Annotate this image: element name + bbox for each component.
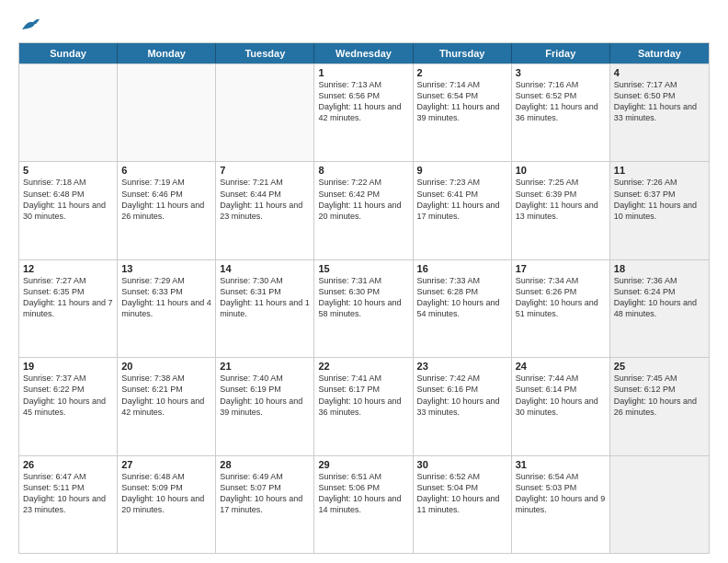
day-number: 9 [417, 165, 507, 176]
day-number: 20 [121, 361, 211, 372]
cal-header-friday: Friday [512, 43, 610, 63]
cal-cell-r2-c2: 14Sunrise: 7:30 AM Sunset: 6:31 PM Dayli… [216, 260, 314, 357]
cell-info-text: Sunrise: 6:54 AM Sunset: 5:03 PM Dayligh… [516, 471, 606, 516]
cell-info-text: Sunrise: 7:23 AM Sunset: 6:41 PM Dayligh… [417, 177, 507, 222]
day-number: 8 [318, 165, 408, 176]
day-number: 22 [318, 361, 408, 372]
cell-info-text: Sunrise: 6:49 AM Sunset: 5:07 PM Dayligh… [220, 471, 310, 516]
cell-info-text: Sunrise: 7:17 AM Sunset: 6:50 PM Dayligh… [614, 79, 705, 124]
cal-cell-r0-c2 [216, 64, 314, 161]
day-number: 26 [23, 459, 113, 470]
day-number: 13 [121, 263, 211, 274]
cal-cell-r1-c5: 10Sunrise: 7:25 AM Sunset: 6:39 PM Dayli… [512, 162, 610, 259]
day-number: 3 [516, 67, 606, 78]
cal-cell-r2-c4: 16Sunrise: 7:33 AM Sunset: 6:28 PM Dayli… [414, 260, 512, 357]
day-number: 1 [318, 67, 408, 78]
cal-cell-r2-c1: 13Sunrise: 7:29 AM Sunset: 6:33 PM Dayli… [118, 260, 216, 357]
day-number: 16 [417, 263, 507, 274]
cal-cell-r0-c6: 4Sunrise: 7:17 AM Sunset: 6:50 PM Daylig… [610, 64, 709, 161]
day-number: 11 [614, 165, 705, 176]
cal-cell-r4-c2: 28Sunrise: 6:49 AM Sunset: 5:07 PM Dayli… [216, 456, 314, 553]
cal-cell-r1-c6: 11Sunrise: 7:26 AM Sunset: 6:37 PM Dayli… [610, 162, 709, 259]
cal-cell-r4-c4: 30Sunrise: 6:52 AM Sunset: 5:04 PM Dayli… [414, 456, 512, 553]
cell-info-text: Sunrise: 7:13 AM Sunset: 6:56 PM Dayligh… [318, 79, 408, 124]
cell-info-text: Sunrise: 7:34 AM Sunset: 6:26 PM Dayligh… [516, 275, 606, 320]
logo-bird-icon [20, 17, 40, 33]
cal-header-tuesday: Tuesday [216, 43, 314, 63]
logo [18, 17, 40, 33]
cal-header-wednesday: Wednesday [314, 43, 413, 63]
day-number: 24 [516, 361, 606, 372]
cell-info-text: Sunrise: 6:48 AM Sunset: 5:09 PM Dayligh… [121, 471, 211, 516]
cell-info-text: Sunrise: 7:41 AM Sunset: 6:17 PM Dayligh… [318, 373, 408, 418]
cell-info-text: Sunrise: 7:40 AM Sunset: 6:19 PM Dayligh… [220, 373, 310, 418]
cal-cell-r0-c5: 3Sunrise: 7:16 AM Sunset: 6:52 PM Daylig… [512, 64, 610, 161]
cal-header-saturday: Saturday [610, 43, 709, 63]
page: SundayMondayTuesdayWednesdayThursdayFrid… [0, 0, 728, 563]
cal-header-monday: Monday [118, 43, 216, 63]
day-number: 17 [516, 263, 606, 274]
cell-info-text: Sunrise: 7:30 AM Sunset: 6:31 PM Dayligh… [220, 275, 310, 320]
cell-info-text: Sunrise: 7:27 AM Sunset: 6:35 PM Dayligh… [23, 275, 113, 320]
cell-info-text: Sunrise: 7:45 AM Sunset: 6:12 PM Dayligh… [614, 373, 705, 418]
cell-info-text: Sunrise: 7:44 AM Sunset: 6:14 PM Dayligh… [516, 373, 606, 418]
cal-cell-r2-c6: 18Sunrise: 7:36 AM Sunset: 6:24 PM Dayli… [610, 260, 709, 357]
cal-cell-r0-c1 [118, 64, 216, 161]
day-number: 31 [516, 459, 606, 470]
cell-info-text: Sunrise: 6:47 AM Sunset: 5:11 PM Dayligh… [23, 471, 113, 516]
cal-cell-r1-c3: 8Sunrise: 7:22 AM Sunset: 6:42 PM Daylig… [314, 162, 413, 259]
cell-info-text: Sunrise: 7:25 AM Sunset: 6:39 PM Dayligh… [516, 177, 606, 222]
cal-cell-r2-c0: 12Sunrise: 7:27 AM Sunset: 6:35 PM Dayli… [19, 260, 118, 357]
header [18, 17, 710, 33]
day-number: 25 [614, 361, 705, 372]
calendar: SundayMondayTuesdayWednesdayThursdayFrid… [18, 42, 710, 554]
day-number: 21 [220, 361, 310, 372]
cal-cell-r0-c3: 1Sunrise: 7:13 AM Sunset: 6:56 PM Daylig… [314, 64, 413, 161]
cal-cell-r3-c5: 24Sunrise: 7:44 AM Sunset: 6:14 PM Dayli… [512, 358, 610, 454]
calendar-body: 1Sunrise: 7:13 AM Sunset: 6:56 PM Daylig… [19, 63, 709, 553]
day-number: 12 [23, 263, 113, 274]
day-number: 7 [220, 165, 310, 176]
cal-cell-r1-c1: 6Sunrise: 7:19 AM Sunset: 6:46 PM Daylig… [118, 162, 216, 259]
cell-info-text: Sunrise: 7:31 AM Sunset: 6:30 PM Dayligh… [318, 275, 408, 320]
cell-info-text: Sunrise: 7:29 AM Sunset: 6:33 PM Dayligh… [121, 275, 211, 320]
day-number: 28 [220, 459, 310, 470]
cell-info-text: Sunrise: 7:21 AM Sunset: 6:44 PM Dayligh… [220, 177, 310, 222]
cal-row-0: 1Sunrise: 7:13 AM Sunset: 6:56 PM Daylig… [19, 63, 709, 161]
day-number: 19 [23, 361, 113, 372]
cal-cell-r3-c6: 25Sunrise: 7:45 AM Sunset: 6:12 PM Dayli… [610, 358, 709, 454]
calendar-header-row: SundayMondayTuesdayWednesdayThursdayFrid… [19, 43, 709, 63]
cal-header-sunday: Sunday [19, 43, 118, 63]
cell-info-text: Sunrise: 7:26 AM Sunset: 6:37 PM Dayligh… [614, 177, 705, 222]
day-number: 23 [417, 361, 507, 372]
day-number: 18 [614, 263, 705, 274]
cal-cell-r3-c4: 23Sunrise: 7:42 AM Sunset: 6:16 PM Dayli… [414, 358, 512, 454]
cell-info-text: Sunrise: 7:37 AM Sunset: 6:22 PM Dayligh… [23, 373, 113, 418]
cell-info-text: Sunrise: 7:14 AM Sunset: 6:54 PM Dayligh… [417, 79, 507, 124]
cal-cell-r1-c0: 5Sunrise: 7:18 AM Sunset: 6:48 PM Daylig… [19, 162, 118, 259]
cell-info-text: Sunrise: 7:22 AM Sunset: 6:42 PM Dayligh… [318, 177, 408, 222]
cal-cell-r4-c3: 29Sunrise: 6:51 AM Sunset: 5:06 PM Dayli… [314, 456, 413, 553]
cell-info-text: Sunrise: 7:18 AM Sunset: 6:48 PM Dayligh… [23, 177, 113, 222]
cal-row-4: 26Sunrise: 6:47 AM Sunset: 5:11 PM Dayli… [19, 455, 709, 553]
day-number: 6 [121, 165, 211, 176]
cal-cell-r4-c1: 27Sunrise: 6:48 AM Sunset: 5:09 PM Dayli… [118, 456, 216, 553]
day-number: 5 [23, 165, 113, 176]
cal-row-3: 19Sunrise: 7:37 AM Sunset: 6:22 PM Dayli… [19, 357, 709, 454]
cal-cell-r2-c3: 15Sunrise: 7:31 AM Sunset: 6:30 PM Dayli… [314, 260, 413, 357]
cal-row-1: 5Sunrise: 7:18 AM Sunset: 6:48 PM Daylig… [19, 161, 709, 259]
cal-cell-r2-c5: 17Sunrise: 7:34 AM Sunset: 6:26 PM Dayli… [512, 260, 610, 357]
day-number: 27 [121, 459, 211, 470]
day-number: 10 [516, 165, 606, 176]
cell-info-text: Sunrise: 7:36 AM Sunset: 6:24 PM Dayligh… [614, 275, 705, 320]
cell-info-text: Sunrise: 7:16 AM Sunset: 6:52 PM Dayligh… [516, 79, 606, 124]
cell-info-text: Sunrise: 7:19 AM Sunset: 6:46 PM Dayligh… [121, 177, 211, 222]
day-number: 14 [220, 263, 310, 274]
day-number: 2 [417, 67, 507, 78]
cal-cell-r0-c4: 2Sunrise: 7:14 AM Sunset: 6:54 PM Daylig… [414, 64, 512, 161]
cal-cell-r4-c0: 26Sunrise: 6:47 AM Sunset: 5:11 PM Dayli… [19, 456, 118, 553]
cell-info-text: Sunrise: 6:51 AM Sunset: 5:06 PM Dayligh… [318, 471, 408, 516]
cal-cell-r3-c1: 20Sunrise: 7:38 AM Sunset: 6:21 PM Dayli… [118, 358, 216, 454]
cal-cell-r3-c0: 19Sunrise: 7:37 AM Sunset: 6:22 PM Dayli… [19, 358, 118, 454]
cal-header-thursday: Thursday [414, 43, 512, 63]
